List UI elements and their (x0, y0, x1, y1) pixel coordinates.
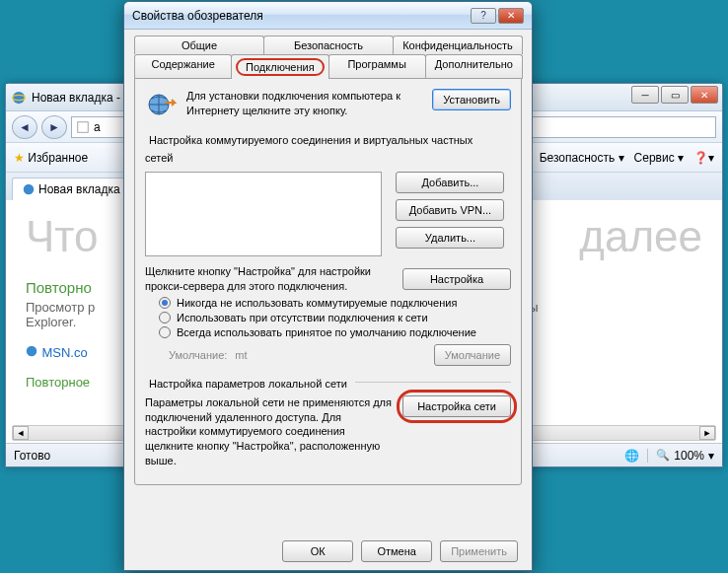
heading-right: далее (579, 212, 702, 261)
internet-options-dialog: Свойства обозревателя ? ✕ Общие Безопасн… (123, 1, 533, 571)
svg-point-0 (13, 91, 25, 103)
zoom-control[interactable]: 🌐 🔍 100% ▾ (624, 449, 714, 463)
browser-tab[interactable]: Новая вкладка (12, 178, 131, 200)
help-menu[interactable]: ❓▾ (693, 151, 714, 165)
dialog-body: Общие Безопасность Конфиденциальность Со… (124, 30, 532, 496)
radio-dial-when-no-network[interactable]: Использовать при отсутствии подключения … (159, 312, 511, 323)
tab-general[interactable]: Общие (134, 36, 264, 54)
connections-panel: Для установки подключения компьютера к И… (134, 78, 522, 485)
security-menu[interactable]: Безопасность ▾ (540, 151, 624, 165)
forward-button[interactable]: ► (41, 115, 67, 139)
dialup-group: Настройка коммутируемого соединения и ви… (145, 130, 511, 366)
command-bar: Безопасность ▾ Сервис ▾ ❓▾ (540, 151, 714, 165)
maximize-button[interactable]: ▭ (661, 86, 689, 104)
lan-settings-button[interactable]: Настройка сети (402, 395, 511, 417)
ie-logo-icon (23, 183, 35, 195)
cancel-button[interactable]: Отмена (361, 540, 432, 562)
add-connection-button[interactable]: Добавить... (396, 172, 504, 193)
close-button[interactable]: ✕ (691, 86, 718, 104)
radio-icon (159, 326, 171, 338)
ie-logo-icon (26, 345, 37, 357)
tab-row-1: Общие Безопасность Конфиденциальность (134, 36, 522, 54)
heading-left: Что (26, 212, 98, 261)
radio-icon (159, 297, 171, 309)
svg-point-4 (27, 346, 37, 357)
lan-description: Параметры локальной сети не применяются … (145, 395, 395, 468)
setup-description: Для установки подключения компьютера к И… (186, 89, 422, 118)
internet-zone-icon: 🌐 (624, 449, 639, 463)
tab-programs[interactable]: Программы (328, 54, 426, 79)
tab-privacy[interactable]: Конфиденциальность (393, 36, 523, 54)
apply-button[interactable]: Применить (440, 540, 518, 562)
msn-link[interactable]: MSN.co (41, 345, 87, 360)
add-vpn-button[interactable]: Добавить VPN... (396, 199, 504, 221)
proxy-hint: Щелкните кнопку "Настройка" для настройк… (145, 264, 393, 294)
radio-icon (159, 312, 171, 323)
tab-advanced[interactable]: Дополнительно (425, 54, 523, 79)
tab-connections[interactable]: Подключения (231, 54, 328, 79)
connection-wizard-icon (145, 89, 177, 120)
dialog-help-button[interactable]: ? (471, 8, 496, 24)
ok-button[interactable]: ОК (282, 540, 353, 562)
page-icon (76, 120, 90, 134)
radio-never-dial[interactable]: Никогда не использовать коммутируемые по… (159, 297, 511, 309)
scroll-right-icon[interactable]: ► (699, 426, 715, 440)
ie-window-controls: ─ ▭ ✕ (631, 86, 718, 104)
zoom-value: 100% (674, 449, 704, 463)
dialog-title: Свойства обозревателя (132, 9, 263, 23)
status-text: Готово (14, 449, 50, 463)
url-text: a (94, 120, 101, 134)
dialup-group-label: Настройка коммутируемого соединения и ви… (145, 134, 473, 164)
zoom-icon: 🔍 (656, 449, 670, 462)
ie-logo-icon (12, 91, 26, 105)
service-menu[interactable]: Сервис ▾ (634, 151, 684, 165)
lan-group: Настройка параметров локальной сети Пара… (145, 374, 511, 468)
install-button[interactable]: Установить (432, 89, 511, 110)
tab-content[interactable]: Содержание (134, 54, 232, 79)
scroll-left-icon[interactable]: ◄ (13, 426, 29, 440)
radio-always-dial[interactable]: Всегда использовать принятое по умолчани… (159, 326, 511, 338)
tab-row-2: Содержание Подключения Программы Дополни… (134, 54, 522, 79)
minimize-button[interactable]: ─ (631, 86, 659, 104)
dialog-titlebar: Свойства обозревателя ? ✕ (124, 2, 532, 30)
tab-security[interactable]: Безопасность (263, 36, 394, 54)
dialog-footer: ОК Отмена Применить (282, 540, 518, 562)
ie-title-text: Новая вкладка - (32, 91, 120, 105)
svg-point-3 (24, 184, 35, 195)
remove-connection-button[interactable]: Удалить... (396, 227, 504, 249)
default-label: Умолчание: (169, 349, 227, 361)
connections-listbox[interactable] (145, 172, 382, 256)
set-default-button[interactable]: Умолчание (434, 344, 511, 366)
lan-group-label: Настройка параметров локальной сети (145, 378, 351, 390)
favorites-button[interactable]: ★ Избранное (14, 151, 88, 165)
connection-settings-button[interactable]: Настройка (402, 268, 511, 290)
svg-rect-2 (78, 121, 89, 132)
star-icon: ★ (14, 151, 25, 165)
back-button[interactable]: ◄ (12, 115, 37, 139)
dialog-close-button[interactable]: ✕ (498, 8, 524, 24)
default-value: mt (235, 349, 247, 361)
